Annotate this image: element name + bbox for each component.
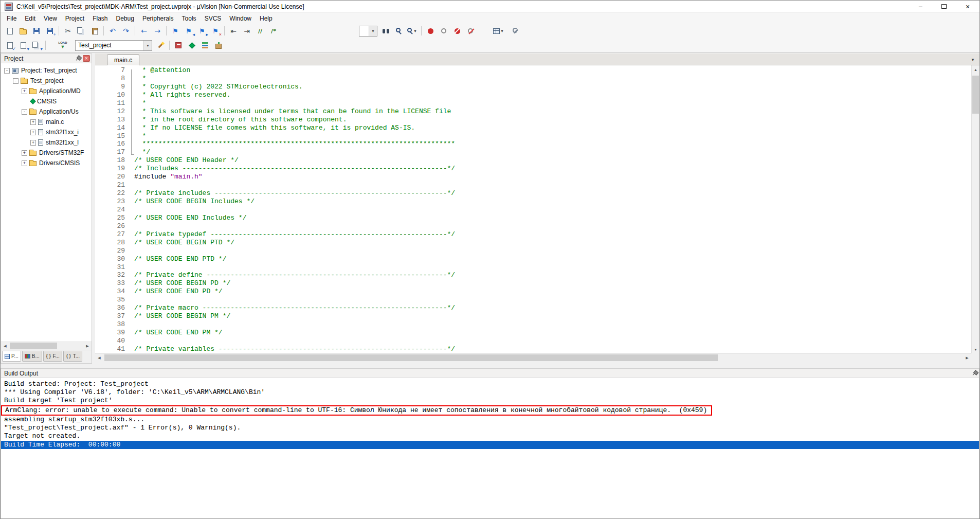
- build-button[interactable]: ▾: [17, 40, 29, 51]
- tree-expander[interactable]: +: [22, 160, 27, 166]
- line-number[interactable]: 7: [95, 66, 134, 75]
- code-text[interactable]: /* Private typedef ---------------------…: [134, 230, 971, 239]
- tree-expander[interactable]: +: [22, 150, 27, 156]
- line-number[interactable]: 37: [95, 312, 134, 320]
- new-file-button[interactable]: [4, 25, 16, 37]
- line-number[interactable]: 26: [95, 222, 134, 230]
- pack-installer-button[interactable]: [186, 40, 198, 51]
- line-number[interactable]: 13: [95, 116, 134, 124]
- outdent-button[interactable]: ⇤: [227, 25, 240, 37]
- tree-expander[interactable]: +: [30, 140, 36, 146]
- books-button[interactable]: [212, 40, 225, 51]
- chevron-down-icon[interactable]: ▼: [143, 41, 152, 50]
- code-text[interactable]: #include "main.h": [134, 173, 971, 181]
- line-number[interactable]: 31: [95, 263, 134, 272]
- line-number[interactable]: 32: [95, 271, 134, 279]
- code-text[interactable]: * Copyright (c) 2022 STMicroelectronics.: [134, 83, 971, 91]
- build-output-line[interactable]: "Test_project\Test_project.axf" - 1 Erro…: [4, 424, 979, 432]
- tree-item[interactable]: +Drivers/STM32F: [1, 148, 92, 158]
- manage-rte-button[interactable]: [199, 40, 211, 51]
- prev-bookmark-button[interactable]: ⚑◂: [183, 25, 195, 37]
- tree-item[interactable]: +Application/MD: [1, 86, 92, 96]
- tab-list-dropdown[interactable]: ▼: [969, 56, 977, 63]
- scroll-down-icon[interactable]: ▼: [972, 345, 979, 353]
- project-panel-hscrollbar[interactable]: ◀ ▶: [1, 342, 92, 350]
- indent-button[interactable]: ⇥: [241, 25, 253, 37]
- panel-tab-functions[interactable]: {}F...: [43, 351, 62, 362]
- target-options-button[interactable]: [154, 40, 167, 51]
- tree-item[interactable]: -Project: Test_project: [1, 65, 92, 76]
- rebuild-button[interactable]: ▾: [30, 40, 43, 51]
- insert-breakpoint-button[interactable]: [424, 25, 437, 37]
- menu-help[interactable]: Help: [256, 14, 277, 23]
- tab-main-c[interactable]: main.c: [107, 55, 139, 65]
- line-number[interactable]: 8: [95, 75, 134, 83]
- panel-tab-project[interactable]: P...: [2, 351, 21, 362]
- tree-expander[interactable]: +: [22, 88, 27, 94]
- line-number[interactable]: 24: [95, 206, 134, 214]
- code-text[interactable]: /* Private define ----------------------…: [134, 271, 971, 279]
- code-text[interactable]: * in the root directory of this software…: [134, 116, 971, 124]
- menu-svcs[interactable]: SVCS: [201, 14, 226, 23]
- build-output-line[interactable]: ArmClang: error: unable to execute comma…: [4, 405, 979, 416]
- menu-peripherals[interactable]: Peripherals: [138, 14, 178, 23]
- line-number[interactable]: 23: [95, 198, 134, 206]
- build-output-line[interactable]: *** Using Compiler 'V6.18', folder: 'C:\…: [4, 388, 979, 397]
- code-text[interactable]: [134, 181, 971, 189]
- tree-item[interactable]: +stm32f1xx_l: [1, 137, 92, 148]
- line-number[interactable]: 18: [95, 156, 134, 165]
- find-in-files-button[interactable]: [379, 25, 392, 37]
- kill-all-breakpoints-button[interactable]: [464, 25, 477, 37]
- tree-expander[interactable]: -: [22, 109, 27, 115]
- tree-expander[interactable]: +: [30, 119, 36, 125]
- save-all-button[interactable]: +: [44, 25, 56, 37]
- code-text[interactable]: [134, 222, 971, 230]
- menu-project[interactable]: Project: [61, 14, 88, 23]
- code-text[interactable]: [134, 263, 971, 272]
- line-number[interactable]: 39: [95, 329, 134, 337]
- line-number[interactable]: 21: [95, 181, 134, 189]
- line-number[interactable]: 36: [95, 304, 134, 312]
- build-output-line[interactable]: Build Time Elapsed: 00:00:00: [1, 441, 979, 449]
- maximize-button[interactable]: [932, 1, 956, 12]
- undo-button[interactable]: ↶: [106, 25, 119, 37]
- configure-button[interactable]: [510, 25, 522, 37]
- comment-button[interactable]: //: [254, 25, 266, 37]
- code-text[interactable]: *: [134, 99, 971, 108]
- scroll-left-icon[interactable]: ◀: [1, 342, 9, 350]
- line-number[interactable]: 11: [95, 99, 134, 108]
- menu-flash[interactable]: Flash: [88, 14, 112, 23]
- scroll-right-icon[interactable]: ▶: [963, 354, 971, 362]
- redo-button[interactable]: ↷: [120, 25, 132, 37]
- line-number[interactable]: 16: [95, 140, 134, 148]
- editor-hscrollbar[interactable]: ◀ ▶: [95, 353, 971, 362]
- code-text[interactable]: [134, 296, 971, 304]
- code-text[interactable]: /* Private macro -----------------------…: [134, 304, 971, 312]
- line-number[interactable]: 34: [95, 288, 134, 296]
- scroll-left-icon[interactable]: ◀: [95, 354, 103, 362]
- translate-button[interactable]: ✓: [4, 40, 16, 51]
- panel-tab-templates[interactable]: ()T...: [63, 351, 82, 362]
- scrollbar-thumb[interactable]: [972, 76, 979, 114]
- code-text[interactable]: /* Private includes --------------------…: [134, 189, 971, 198]
- scroll-up-icon[interactable]: ▲: [972, 65, 979, 74]
- code-text[interactable]: */: [134, 148, 971, 156]
- line-number[interactable]: 10: [95, 91, 134, 99]
- panel-tab-books[interactable]: B...: [22, 351, 42, 362]
- search-options-button[interactable]: ▾: [406, 25, 419, 37]
- line-number[interactable]: 14: [95, 124, 134, 132]
- line-number[interactable]: 25: [95, 214, 134, 222]
- line-number[interactable]: 20: [95, 173, 134, 181]
- code-text[interactable]: [134, 337, 971, 345]
- toggle-bookmark-button[interactable]: ⚑: [169, 25, 182, 37]
- code-text[interactable]: *: [134, 132, 971, 140]
- tree-item[interactable]: +Drivers/CMSIS: [1, 158, 92, 168]
- copy-button[interactable]: [75, 25, 87, 37]
- error-highlight-box[interactable]: ArmClang: error: unable to execute comma…: [1, 405, 712, 416]
- build-output-line[interactable]: Target not created.: [4, 432, 979, 440]
- build-output-line[interactable]: Build started: Project: Test_project: [4, 380, 979, 388]
- window-layout-button[interactable]: ▾: [492, 25, 504, 37]
- code-text[interactable]: ****************************************…: [134, 140, 971, 148]
- next-bookmark-button[interactable]: ⚑▸: [196, 25, 208, 37]
- pin-icon[interactable]: [75, 55, 82, 62]
